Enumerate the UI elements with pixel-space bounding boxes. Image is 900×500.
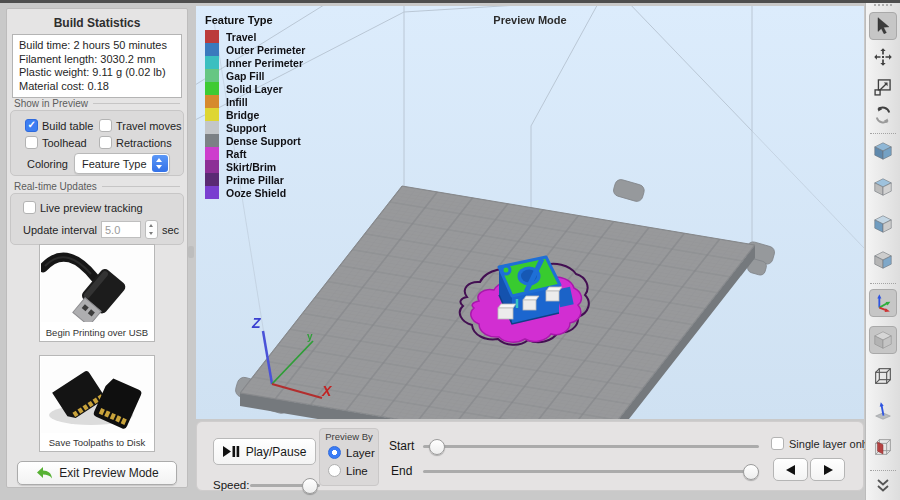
panel-splitter-handle[interactable]	[188, 246, 194, 258]
end-slider[interactable]	[423, 470, 759, 473]
green-back-arrow-icon	[35, 466, 53, 480]
play-pause-icon	[223, 446, 240, 457]
legend-swatch	[205, 186, 219, 199]
app-window: Build Statistics Build time: 2 hours 50 …	[0, 0, 900, 500]
update-interval-input[interactable]	[101, 221, 141, 238]
checkbox-box[interactable]	[25, 136, 38, 149]
stepper-icon[interactable]	[145, 220, 158, 239]
show-normals-button[interactable]	[869, 397, 897, 425]
show-solid-model-button[interactable]	[869, 326, 897, 354]
checkbox-label: Toolhead	[42, 137, 87, 149]
legend-item: Dense Support	[205, 134, 305, 147]
cursor-icon	[873, 16, 893, 36]
show-axes-button[interactable]	[869, 289, 897, 317]
checkbox-box[interactable]	[99, 119, 112, 132]
legend-item: Ooze Shield	[205, 186, 305, 199]
realtime-updates-group: Live preview tracking Update interval se…	[10, 193, 184, 245]
radio-button[interactable]	[328, 464, 341, 477]
begin-printing-usb-button[interactable]: Begin Printing over USB	[39, 244, 155, 342]
sd-cards-image	[41, 357, 153, 433]
cursor-tool-button[interactable]	[869, 12, 897, 40]
checkbox-travel-moves[interactable]: Travel moves	[99, 119, 182, 132]
start-slider-handle[interactable]	[429, 439, 445, 455]
coloring-select[interactable]: Feature Type	[74, 153, 170, 174]
checkbox-build-table[interactable]: Build table	[25, 119, 93, 132]
axes-icon	[872, 292, 894, 314]
play-pause-button[interactable]: Play/Pause	[213, 438, 316, 465]
usb-cable-image	[41, 246, 153, 322]
end-slider-handle[interactable]	[743, 464, 759, 480]
legend-item: Outer Perimeter	[205, 43, 305, 56]
legend-swatch	[205, 69, 219, 82]
checkbox-toolhead[interactable]: Toolhead	[25, 136, 87, 149]
move-tool-button[interactable]	[869, 43, 897, 71]
stat-build-time: Build time: 2 hours 50 minutes	[19, 39, 175, 53]
coloring-select-value: Feature Type	[75, 158, 151, 170]
z-axis-label: Z	[251, 315, 261, 331]
legend-swatch	[205, 108, 219, 121]
collapse-chevrons-icon	[875, 478, 891, 493]
view-side-button[interactable]	[869, 246, 897, 274]
legend-swatch	[205, 173, 219, 186]
checkbox-box[interactable]	[23, 201, 36, 214]
legend-item: Skirt/Brim	[205, 160, 305, 173]
collapse-toolbar-button[interactable]	[869, 474, 897, 496]
view-iso-button[interactable]	[869, 137, 897, 165]
legend-swatch	[205, 56, 219, 69]
radio-layer[interactable]: Layer	[328, 446, 375, 459]
legend-swatch	[205, 82, 219, 95]
right-triangle-icon	[823, 465, 833, 475]
legend-item: Solid Layer	[205, 82, 305, 95]
legend-swatch	[205, 121, 219, 134]
previous-layer-button[interactable]	[773, 458, 808, 481]
view-toolbar	[865, 3, 900, 500]
checkbox-label: Travel moves	[116, 120, 182, 132]
toolbar-separator	[870, 283, 896, 284]
legend-item: Inner Perimeter	[205, 56, 305, 69]
legend-item: Travel	[205, 30, 305, 43]
next-layer-button[interactable]	[810, 458, 845, 481]
legend-title: Feature Type	[205, 14, 305, 26]
play-pause-label: Play/Pause	[246, 445, 307, 459]
checkbox-label: Live preview tracking	[40, 202, 143, 214]
checkbox-box[interactable]	[25, 119, 38, 132]
checkbox-single-layer-only[interactable]: Single layer only	[771, 437, 870, 450]
speed-slider[interactable]	[250, 484, 320, 487]
checkbox-box[interactable]	[99, 136, 112, 149]
preview-by-label: Preview By	[320, 431, 378, 442]
exit-preview-mode-button[interactable]: Exit Preview Mode	[17, 461, 177, 485]
y-axis-label: y	[307, 331, 313, 342]
stat-plastic-weight: Plastic weight: 9.11 g (0.02 lb)	[19, 66, 175, 80]
left-triangle-icon	[786, 465, 796, 475]
checkbox-live-preview-tracking[interactable]: Live preview tracking	[23, 201, 143, 214]
view-cube-iso-icon	[872, 140, 894, 162]
toolbar-drag-handle[interactable]	[874, 4, 894, 8]
move-icon	[873, 47, 893, 67]
checkbox-box[interactable]	[771, 437, 784, 450]
start-slider[interactable]	[423, 445, 759, 448]
view-front-button[interactable]	[869, 210, 897, 238]
view-top-button[interactable]	[869, 173, 897, 201]
checkbox-label: Retractions	[116, 137, 172, 149]
checkbox-label: Single layer only	[789, 438, 870, 450]
stat-material-cost: Material cost: 0.18	[19, 80, 175, 94]
rotate-tool-button[interactable]	[869, 101, 897, 129]
cross-section-icon	[872, 436, 894, 458]
radio-button[interactable]	[328, 446, 341, 459]
radio-line[interactable]: Line	[328, 464, 368, 477]
checkbox-label: Build table	[42, 120, 93, 132]
save-toolpaths-disk-button[interactable]: Save Toolpaths to Disk	[39, 355, 155, 452]
checkbox-retractions[interactable]: Retractions	[99, 136, 172, 149]
speed-slider-handle[interactable]	[302, 478, 318, 494]
feature-type-legend: Feature Type Travel Outer Perimeter Inne…	[205, 14, 305, 199]
exit-button-label: Exit Preview Mode	[59, 466, 158, 480]
preview-3d-viewport[interactable]: Z y X Preview Mode Feature Type Travel O…	[196, 6, 864, 419]
scale-icon	[873, 77, 893, 97]
update-interval-label: Update interval	[23, 224, 97, 236]
legend-swatch	[205, 160, 219, 173]
cross-section-button[interactable]	[869, 433, 897, 461]
scale-tool-button[interactable]	[869, 73, 897, 101]
view-cube-front-icon	[872, 213, 894, 235]
show-wireframe-button[interactable]	[869, 362, 897, 390]
x-axis-label: X	[321, 383, 333, 399]
